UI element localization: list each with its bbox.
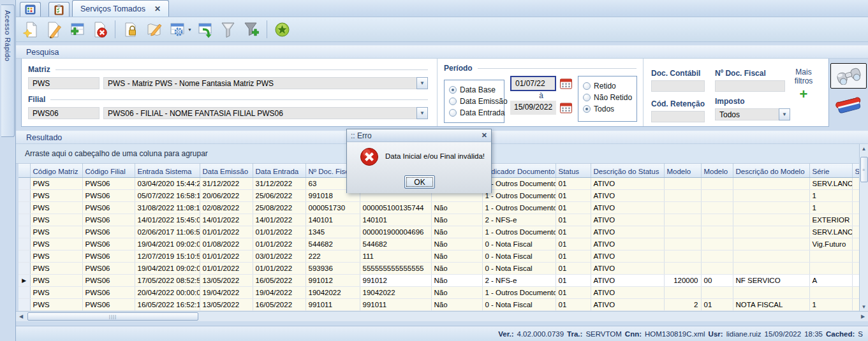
table-cell[interactable]: 03/04/2020 15:44:29 [135, 178, 200, 190]
tab-close-icon[interactable]: ✕ [154, 4, 161, 13]
table-cell[interactable]: 31/08/2022 11:08:13 [135, 202, 200, 214]
table-cell[interactable]: 120000 [664, 275, 701, 287]
column-header[interactable]: Status [555, 164, 591, 178]
table-cell[interactable]: 14/01/2022 15:45:09 [135, 214, 200, 226]
column-header[interactable]: Código Matriz [30, 164, 82, 178]
table-cell[interactable]: 05/07/2022 16:58:14 [135, 190, 200, 202]
row-indicator[interactable]: ▶ [18, 275, 30, 287]
radio-icon[interactable] [583, 105, 591, 113]
table-cell[interactable] [701, 263, 733, 275]
table-cell[interactable]: ATIVO [591, 250, 664, 263]
matriz-code-input[interactable]: PWS [28, 77, 99, 89]
imposto-select[interactable]: Todos ▼ [715, 108, 790, 120]
table-cell[interactable]: 31/12/2022 [253, 178, 305, 190]
table-cell[interactable] [664, 178, 701, 190]
table-cell[interactable]: Não [431, 238, 482, 250]
table-cell[interactable]: 0 - Nota Fiscal [482, 250, 555, 263]
table-cell[interactable]: 000051730 [305, 202, 360, 214]
table-cell[interactable]: 140101 [305, 214, 360, 226]
table-cell[interactable] [852, 275, 859, 287]
table-cell[interactable]: 25/08/2022 [253, 202, 305, 214]
scroll-left-icon[interactable]: ◀ [16, 312, 26, 322]
date-from-input[interactable]: 01/07/22 [510, 76, 556, 91]
edit-record-button[interactable] [44, 20, 63, 39]
table-cell[interactable]: PWS06 [82, 190, 135, 202]
table-cell[interactable] [733, 287, 809, 299]
table-cell[interactable]: A [809, 275, 852, 287]
scroll-down-icon[interactable]: ▼ [860, 302, 868, 311]
table-cell[interactable]: NF SERVICO [733, 275, 809, 287]
tab-servicos-tomados[interactable]: Serviços Tomados ✕ [72, 0, 169, 17]
table-cell[interactable]: Vig.Futuro [809, 238, 852, 250]
row-indicator[interactable] [18, 214, 30, 226]
row-indicator[interactable] [18, 263, 30, 275]
column-header[interactable]: Modelo [664, 164, 701, 178]
table-cell[interactable]: 01/01/2022 [253, 263, 305, 275]
dialog-close-icon[interactable]: ✕ [482, 131, 487, 140]
date-to-input[interactable]: 15/09/2022 [510, 101, 556, 115]
table-cell[interactable]: 19/04/2022 [200, 287, 253, 299]
table-cell[interactable] [701, 226, 733, 238]
table-cell[interactable] [852, 299, 859, 311]
table-cell[interactable]: 19042022 [305, 287, 360, 299]
table-cell[interactable]: 1 [809, 190, 852, 202]
grid-settings-dropdown-icon[interactable]: ▼ [188, 27, 192, 32]
table-cell[interactable]: PWS06 [82, 275, 135, 287]
table-cell[interactable]: ATIVO [591, 178, 664, 190]
table-cell[interactable]: 14/01/2022 [253, 214, 305, 226]
column-header[interactable]: Descrição do Status [591, 164, 664, 178]
table-cell[interactable]: 2 [664, 299, 701, 311]
table-cell[interactable] [664, 202, 701, 214]
table-cell[interactable]: Não [431, 275, 482, 287]
table-cell[interactable] [701, 250, 733, 263]
table-cell[interactable]: 01 [555, 178, 591, 190]
table-cell[interactable]: 31/12/2022 [200, 178, 253, 190]
add-filter-plus-icon[interactable]: + [800, 88, 808, 101]
table-cell[interactable]: PWS06 [82, 226, 135, 238]
table-cell[interactable]: 19042022 [360, 287, 431, 299]
table-cell[interactable]: PWS06 [82, 178, 135, 190]
table-cell[interactable]: 991011 [360, 299, 431, 311]
row-indicator[interactable] [18, 250, 30, 263]
sign-audit-button[interactable] [144, 20, 163, 39]
radio-icon[interactable] [449, 86, 457, 94]
table-cell[interactable] [809, 287, 852, 299]
table-cell[interactable]: 17/05/2022 08:52:54 [135, 275, 200, 287]
table-cell[interactable] [852, 287, 859, 299]
table-cell[interactable]: 01/01/2022 [253, 238, 305, 250]
table-cell[interactable]: 1 - Outros Documentos [482, 190, 555, 202]
table-cell[interactable] [664, 287, 701, 299]
table-cell[interactable]: 01 [555, 226, 591, 238]
scroll-up-icon[interactable]: ▲ [860, 144, 868, 153]
num-doc-fiscal-input[interactable] [715, 80, 785, 92]
table-cell[interactable]: Não [431, 226, 482, 238]
table-cell[interactable]: ATIVO [591, 226, 664, 238]
column-header[interactable]: Descrição do Modelo [733, 164, 809, 178]
column-header[interactable]: Série [809, 164, 852, 178]
table-cell[interactable]: PWS06 [82, 299, 135, 311]
table-cell[interactable]: PWS06 [82, 287, 135, 299]
table-cell[interactable]: 01 [701, 299, 733, 311]
table-cell[interactable]: 19/04/2022 [253, 287, 305, 299]
column-header[interactable]: Data Entrada [253, 164, 305, 178]
favorites-button[interactable] [273, 20, 292, 39]
quick-access-tab[interactable]: Acesso Rápido [1, 4, 15, 137]
table-cell[interactable]: 01/01/2022 [200, 263, 253, 275]
table-cell[interactable]: 13/05/2022 [200, 299, 253, 311]
column-header[interactable]: Indicador Documento [482, 164, 555, 178]
radio-todos[interactable]: Todos [583, 103, 632, 115]
table-cell[interactable]: NOTA FISCAL [733, 299, 809, 311]
table-cell[interactable] [733, 238, 809, 250]
table-cell[interactable]: EXTERIOR [809, 214, 852, 226]
radio-nao-retido[interactable]: Não Retido [583, 92, 632, 103]
column-header[interactable] [18, 164, 30, 178]
table-cell[interactable]: PWS06 [82, 202, 135, 214]
table-cell[interactable]: 2 - NFS-e [482, 214, 555, 226]
table-cell[interactable]: 111 [360, 250, 431, 263]
column-header[interactable]: Código Filial [82, 164, 135, 178]
scroll-track[interactable]: |||| [26, 312, 858, 321]
row-indicator[interactable] [18, 287, 30, 299]
table-cell[interactable]: SERV.LANC [809, 226, 852, 238]
column-header[interactable]: Modelo [701, 164, 733, 178]
matriz-combo[interactable]: PWS - Matriz PWS - Nome Fantasia Matriz … [103, 77, 428, 89]
